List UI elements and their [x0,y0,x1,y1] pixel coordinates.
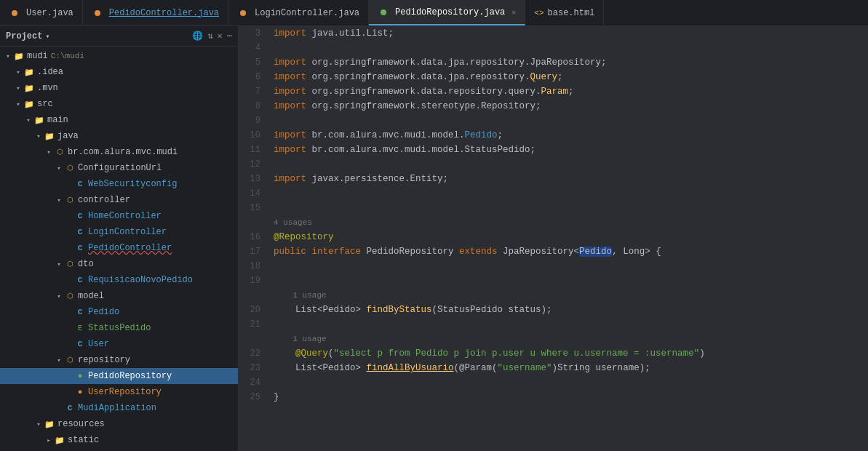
mudiapp-label: MudiApplication [78,403,156,413]
tree-item-mudi[interactable]: 📁 mudi C:\mudi [0,48,238,64]
tree-item-pedidocontroller[interactable]: C PedidoController [0,240,238,256]
userrepository-arrow [64,387,74,397]
code-table: 3 import java.util.List; 4 5 import org.… [239,26,868,404]
code-line-13: 13 import javax.persistence.Entity; [239,172,868,186]
tab-pedidorepository[interactable]: PedidoRepository.java ✕ [369,0,525,25]
project-toolbar: 🌐 ⇅ ✕ ⋯ [192,31,232,41]
close-icon[interactable]: ✕ [218,31,223,41]
line-code-15[interactable] [268,201,868,215]
tree-item-templates[interactable]: 📁 templates [0,448,238,451]
tree-item-pedidorepository[interactable]: ● PedidoRepository [0,368,238,384]
line-code-3[interactable]: import java.util.List; [268,26,868,41]
tree-item-statuspedido[interactable]: E StatusPedido [0,320,238,336]
tree-item-controller[interactable]: ⬡ controller [0,192,238,208]
tree-item-repository[interactable]: ⬡ repository [0,352,238,368]
line-code-20[interactable]: List<Pedido> findByStatus(StatusPedido s… [268,303,868,317]
main-icon: 📁 [33,114,45,126]
tab-basehtml-label: base.html [548,8,595,18]
line-code-17[interactable]: public interface PedidoRepository extend… [268,244,868,259]
tree-item-pkg-root[interactable]: ⬡ br.com.alura.mvc.mudi [0,144,238,160]
dto-arrow [54,259,64,269]
code-line-8: 8 import org.springframework.stereotype.… [239,99,868,113]
tree-item-mvn[interactable]: 📁 .mvn [0,80,238,96]
line-code-11[interactable]: import br.com.alura.mvc.mudi.model.Statu… [268,143,868,157]
configurl-icon: ⬡ [64,162,76,174]
dto-icon: ⬡ [64,258,76,270]
tree-item-websecurity[interactable]: C WebSecurityconfig [0,176,238,192]
tree-item-user[interactable]: C User [0,336,238,352]
tree-item-idea[interactable]: 📁 .idea [0,64,238,80]
user-label: User [88,339,109,349]
line-code-23[interactable]: List<Pedido> findAllByUsuario(@Param("us… [268,361,868,375]
idea-icon: 📁 [23,66,35,78]
code-editor[interactable]: 3 import java.util.List; 4 5 import org.… [239,26,868,451]
line-code-22[interactable]: @Query("select p from Pedido p join p.us… [268,346,868,361]
line-code-7[interactable]: import org.springframework.data.reposito… [268,84,868,99]
line-code-16[interactable]: @Repository [268,230,868,244]
tree-item-src[interactable]: 📁 src [0,96,238,112]
tree-item-model[interactable]: ⬡ model [0,288,238,304]
tab-user-dot [9,7,20,19]
code-line-3: 3 import java.util.List; [239,26,868,41]
globe-icon[interactable]: 🌐 [192,31,203,41]
tree-item-logincontroller[interactable]: C LoginController [0,224,238,240]
line-code-24[interactable] [268,375,868,390]
dto-label: dto [78,259,94,269]
mudi-label: mudi [27,51,48,61]
code-line-6: 6 import org.springframework.data.jpa.re… [239,70,868,84]
websecurity-label: WebSecurityconfig [88,179,177,189]
line-num-19: 19 [239,274,268,288]
line-code-8[interactable]: import org.springframework.stereotype.Re… [268,99,868,113]
tab-logincontroller[interactable]: LoginController.java [228,0,369,25]
line-code-25[interactable]: } [268,390,868,404]
tree-item-homecontroller[interactable]: C HomeController [0,208,238,224]
tree-item-dto[interactable]: ⬡ dto [0,256,238,272]
tab-pedidocontroller[interactable]: PedidoController.java [83,0,228,25]
tab-pedidorepository-close[interactable]: ✕ [511,8,516,17]
tree-item-pedido[interactable]: C Pedido [0,304,238,320]
tab-user-label: User.java [26,8,73,18]
pedidorepository-icon: ● [74,370,86,382]
line-code-13[interactable]: import javax.persistence.Entity; [268,172,868,186]
line-num-5: 5 [239,55,268,70]
tree-item-mudiapp[interactable]: C MudiApplication [0,400,238,416]
code-line-11: 11 import br.com.alura.mvc.mudi.model.St… [239,143,868,157]
tree-item-requisicao[interactable]: C RequisicaoNovoPedido [0,272,238,288]
line-code-9[interactable] [268,113,868,128]
line-code-5[interactable]: import org.springframework.data.jpa.repo… [268,55,868,70]
user-icon: C [74,338,86,350]
tab-user[interactable]: User.java [0,0,83,25]
line-code-10[interactable]: import br.com.alura.mvc.mudi.model.Pedid… [268,128,868,143]
tab-basehtml[interactable]: <> base.html [525,0,604,25]
tree-item-userrepository[interactable]: ● UserRepository [0,384,238,400]
code-line-19: 19 [239,274,868,288]
pedido-label: Pedido [88,307,119,317]
line-code-21[interactable] [268,317,868,332]
line-num-9: 9 [239,113,268,128]
sidebar[interactable]: Project ▾ 🌐 ⇅ ✕ ⋯ 📁 mudi C:\mudi [0,26,239,451]
tree-item-static[interactable]: 📁 static [0,432,238,448]
code-line-20-hint: 1 usage [239,288,868,303]
line-code-14[interactable] [268,186,868,201]
tree-item-main[interactable]: 📁 main [0,112,238,128]
line-code-12[interactable] [268,157,868,172]
mvn-icon: 📁 [23,82,35,94]
statuspedido-arrow [64,323,74,333]
sort-icon[interactable]: ⇅ [207,31,212,41]
line-code-4[interactable] [268,41,868,55]
tree-item-resources[interactable]: 📁 resources [0,416,238,432]
repository-label: repository [78,355,130,365]
pkg-root-icon: ⬡ [54,146,65,158]
pedidorepository-arrow [64,371,74,381]
code-line-4: 4 [239,41,868,55]
code-line-16: 16 @Repository [239,230,868,244]
line-code-6[interactable]: import org.springframework.data.jpa.repo… [268,70,868,84]
code-line-22: 22 @Query("select p from Pedido p join p… [239,346,868,361]
line-num-17: 17 [239,244,268,259]
line-code-19[interactable] [268,274,868,288]
tree-item-configurl[interactable]: ⬡ ConfigurationUrl [0,160,238,176]
more-icon[interactable]: ⋯ [227,31,232,41]
line-num-14: 14 [239,186,268,201]
line-code-18[interactable] [268,259,868,274]
tree-item-java[interactable]: 📁 java [0,128,238,144]
